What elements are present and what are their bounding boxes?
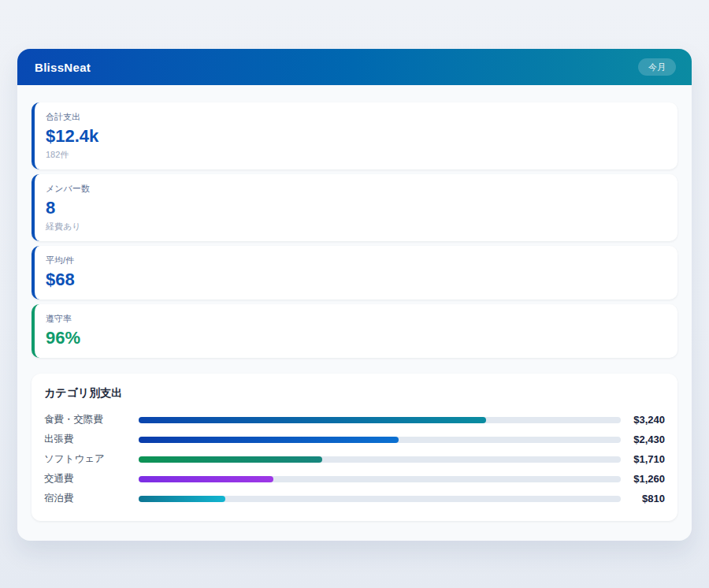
- stat-card-average: 平均/件 $68: [32, 246, 677, 300]
- stat-value: $12.4k: [46, 126, 665, 147]
- stat-label: 合計支出: [46, 111, 665, 123]
- dashboard-panel: BlissNeat 今月 合計支出 $12.4k 182件 メンバー数 8 経費…: [17, 49, 692, 541]
- stat-label: 平均/件: [46, 255, 665, 266]
- stat-value: 96%: [46, 328, 665, 348]
- category-bar-fill: [139, 437, 399, 443]
- category-label: 出張費: [44, 433, 139, 446]
- stat-label: メンバー数: [46, 183, 665, 195]
- category-bar-track: [139, 496, 621, 502]
- category-bar-fill: [139, 417, 486, 423]
- stat-card-compliance: 遵守率 96%: [32, 304, 677, 358]
- stat-value: 8: [46, 198, 665, 218]
- period-badge[interactable]: 今月: [638, 58, 676, 76]
- category-row: ソフトウェア $1,710: [44, 449, 665, 469]
- category-bar-track: [139, 456, 621, 463]
- category-row: 交通費 $1,260: [44, 469, 665, 489]
- stat-label: 遵守率: [46, 313, 665, 325]
- stat-value: $68: [46, 270, 665, 290]
- category-bar-fill: [139, 456, 322, 463]
- category-breakdown-title: カテゴリ別支出: [44, 386, 665, 400]
- category-label: 宿泊費: [44, 492, 139, 505]
- app-header: BlissNeat 今月: [17, 49, 692, 85]
- category-breakdown-card: カテゴリ別支出 食費・交際費 $3,240 出張費 $2,430 ソフトウェア …: [32, 374, 677, 521]
- stat-sub: 182件: [46, 149, 665, 160]
- panel-body: 合計支出 $12.4k 182件 メンバー数 8 経費あり 平均/件 $68 遵…: [17, 85, 692, 521]
- category-bar-fill: [139, 476, 273, 482]
- category-label: 食費・交際費: [44, 413, 139, 426]
- category-bar-track: [139, 476, 621, 482]
- category-value: $1,710: [621, 453, 665, 465]
- stat-card-members: メンバー数 8 経費あり: [32, 174, 677, 241]
- category-value: $2,430: [621, 434, 665, 445]
- category-value: $1,260: [621, 473, 665, 485]
- category-value: $3,240: [621, 414, 665, 426]
- category-row: 食費・交際費 $3,240: [44, 410, 665, 430]
- category-bar-track: [139, 437, 621, 443]
- category-row: 宿泊費 $810: [44, 489, 665, 508]
- category-label: ソフトウェア: [44, 452, 139, 466]
- app-title: BlissNeat: [35, 61, 91, 74]
- category-bar-fill: [139, 496, 225, 502]
- category-value: $810: [621, 493, 665, 504]
- stat-sub: 経費あり: [46, 221, 665, 232]
- category-row: 出張費 $2,430: [44, 430, 665, 449]
- category-label: 交通費: [44, 472, 139, 486]
- stat-card-total-spend: 合計支出 $12.4k 182件: [32, 102, 677, 169]
- category-bar-track: [139, 417, 621, 423]
